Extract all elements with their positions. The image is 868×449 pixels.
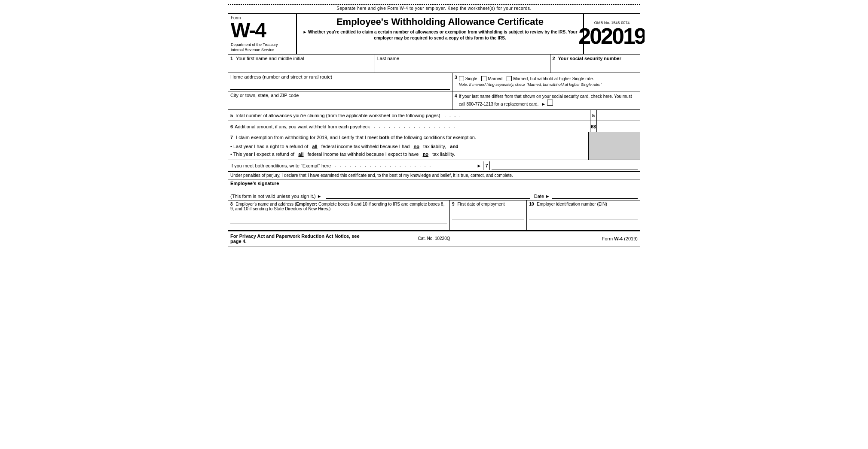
row-7-block: 7 I claim exemption from withholding for… — [228, 132, 640, 172]
filing-note: Note: If married filing separately, chec… — [459, 82, 602, 87]
cell-filing-status: 3 Single Married Married, bu — [452, 73, 640, 91]
date-line[interactable] — [552, 187, 638, 199]
perjury-row: Under penalties of perjury, I declare th… — [228, 172, 640, 179]
year-20: 20 — [578, 24, 601, 49]
field7-both: both — [379, 135, 389, 140]
married-checkbox[interactable] — [481, 76, 486, 81]
year-19: 2019 — [601, 24, 645, 49]
sig-note: (This form is not valid unless you sign … — [230, 194, 322, 199]
field6-input[interactable] — [597, 122, 640, 130]
filing-options: Single Married Married, but withhold at … — [459, 76, 602, 81]
lastname-label: Last name — [377, 56, 399, 61]
footer-right: Form W-4 (2019) — [502, 236, 638, 241]
lastdiff-checkbox[interactable] — [547, 100, 553, 106]
employer-name-input[interactable] — [230, 215, 447, 224]
form-w4-title: W-4 — [231, 20, 293, 41]
field1-label: Your first name and middle initial — [236, 56, 304, 61]
row-2: Home address (number and street or rural… — [228, 73, 640, 91]
dot-line-5: . . . . — [442, 113, 586, 118]
field6-box-label: 6 $ — [590, 121, 597, 132]
lastdiff-text: If your last name differs from that show… — [459, 94, 638, 107]
row6-content: 6 Additional amount, if any, you want wi… — [228, 123, 590, 130]
row-5: 5 Total number of allowances you're clai… — [228, 110, 640, 121]
form-dept: Department of the Treasury Internal Reve… — [231, 42, 293, 52]
field7-bullet2c: tax liability. — [432, 152, 455, 157]
main-title: Employee's Withholding Allowance Certifi… — [301, 16, 579, 27]
home-address-input[interactable] — [230, 80, 450, 90]
row5-content: 5 Total number of allowances you're clai… — [228, 112, 590, 119]
field7-line1b: of the following conditions for exemptio… — [391, 135, 476, 140]
field7-and: and — [450, 144, 458, 149]
field10-number: 10 — [529, 202, 534, 206]
field7-no1: no — [413, 144, 419, 149]
cell-first-date: 9 First date of employment — [450, 200, 527, 230]
date-label: Date ► — [534, 194, 550, 199]
first-date-input[interactable] — [452, 210, 524, 219]
row7-gray-box — [588, 132, 640, 160]
field3-number: 3 — [455, 75, 457, 80]
cell-last-name-diff: 4 If your last name differs from that sh… — [452, 91, 640, 109]
single-label: Single — [465, 76, 477, 81]
field5-input[interactable] — [597, 111, 640, 119]
field7-all1: all — [312, 144, 317, 149]
signature-line[interactable] — [326, 187, 530, 199]
option-married: Married — [481, 76, 502, 81]
field10-text: Employer identification number (EIN) — [537, 202, 607, 206]
ein-input[interactable] — [529, 210, 638, 219]
dot-line-6: . . . . . . . . . . . . . . . . . — [372, 124, 586, 129]
ssn-input[interactable] — [553, 62, 638, 71]
cell-employer-name: 8 Employer's name and address (Employer:… — [228, 200, 450, 230]
cell-last-name: Last name — [375, 55, 550, 73]
married-label: Married — [488, 76, 502, 81]
employer-row: 8 Employer's name and address (Employer:… — [228, 200, 640, 231]
arrow-symbol: ► — [541, 102, 546, 106]
form-label-block: Form W-4 Department of the Treasury Inte… — [228, 14, 297, 54]
field4-number: 4 — [455, 94, 457, 98]
cell-first-name: 1 Your first name and middle initial — [228, 55, 375, 73]
married-higher-checkbox[interactable] — [507, 76, 512, 81]
row-6: 6 Additional amount, if any, you want wi… — [228, 121, 640, 132]
year-block: OMB No. 1545-0074 202019 — [584, 14, 640, 54]
footer-row: For Privacy Act and Paperwork Reduction … — [228, 231, 640, 246]
single-checkbox[interactable] — [459, 76, 464, 81]
form-header: Form W-4 Department of the Treasury Inte… — [228, 13, 640, 54]
cell-city: City or town, state, and ZIP code — [228, 91, 452, 109]
row-3: City or town, state, and ZIP code 4 If y… — [228, 91, 640, 110]
field7-bullet1b: federal income tax withheld because I ha… — [321, 144, 410, 149]
cell-ein: 10 Employer identification number (EIN) — [527, 200, 640, 230]
field5-text: Total number of allowances you're claimi… — [235, 113, 440, 118]
perjury-text: Under penalties of perjury, I declare th… — [230, 173, 513, 178]
city-input[interactable] — [230, 99, 450, 108]
row7-text: 7 I claim exemption from withholding for… — [228, 132, 588, 160]
field6-text: Additional amount, if any, you want with… — [235, 124, 370, 129]
field7-no2: no — [423, 152, 428, 157]
field7-number: 7 — [230, 135, 233, 140]
cut-line-text: Separate here and give Form W-4 to your … — [336, 6, 531, 11]
city-label: City or town, state, and ZIP code — [230, 93, 299, 98]
footer-left: For Privacy Act and Paperwork Reduction … — [230, 234, 366, 244]
sig-top: (This form is not valid unless you sign … — [230, 187, 638, 199]
field7-exempt-input[interactable] — [492, 161, 638, 170]
field6-number: 6 — [230, 124, 233, 129]
field7-bullet2b: federal income tax withheld because I ex… — [308, 152, 419, 157]
cut-line: Separate here and give Form W-4 to your … — [228, 4, 640, 11]
field7-exempt-text: If you meet both conditions, write "Exem… — [230, 163, 331, 168]
cell-home-address: Home address (number and street or rural… — [228, 73, 452, 91]
field9-text: First date of employment — [457, 202, 504, 206]
dot-line-7: . . . . . . . . . . . . . . . . . . . . — [333, 163, 475, 168]
field7-all2: all — [298, 152, 303, 157]
field9-number: 9 — [452, 202, 455, 206]
year-display: 202019 — [578, 25, 645, 47]
footer-center: Cat. No. 10220Q — [366, 236, 502, 241]
row7-top: 7 I claim exemption from withholding for… — [228, 132, 640, 160]
home-addr-label: Home address (number and street or rural… — [230, 74, 332, 79]
option-married-higher: Married, but withhold at higher Single r… — [507, 76, 594, 81]
row7-bottom: If you meet both conditions, write "Exem… — [228, 160, 640, 171]
field5-box-label: 5 — [590, 110, 597, 121]
last-name-input[interactable] — [377, 62, 548, 71]
field7-bullet1c: tax liability, — [423, 144, 446, 149]
date-section: Date ► — [534, 187, 638, 199]
option-single: Single — [459, 76, 477, 81]
first-name-input[interactable] — [230, 62, 373, 71]
field7-bullet2a: • This year I expect a refund of — [230, 152, 294, 157]
